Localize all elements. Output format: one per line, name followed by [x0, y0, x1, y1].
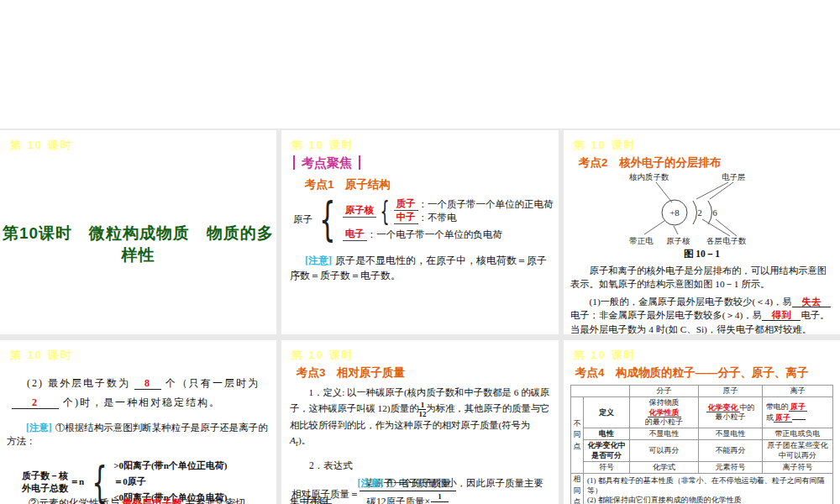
- neutron-desc: ：不带电: [418, 212, 457, 224]
- group-similarities: 相同点: [571, 474, 584, 504]
- note-tag: [注意]: [358, 478, 387, 488]
- answer-atom-1: 原子: [789, 402, 807, 412]
- oxygen-atom-diagram: 核内质子数 电子层 +8 2 6 带正电 原子核 各层电子数 图 10－1: [622, 171, 782, 260]
- electron-shell-arc-1: [693, 201, 697, 224]
- chemical-property-line: ②元素的化学性质与最外层电子数关系非常密切.: [29, 496, 248, 504]
- slide-1[interactable]: 第 10 课时 第10课时 微粒构成物质 物质的多样性: [0, 130, 276, 334]
- def-c: )。: [298, 435, 311, 445]
- cell-atom-divisibility: 不能再分: [699, 440, 763, 462]
- col-header-ion: 离子: [763, 386, 833, 397]
- answer-gain: 得到: [762, 310, 801, 321]
- slide-header-label: 第 10 课时: [291, 138, 354, 153]
- slide-header-label: 第 10 课时: [10, 138, 73, 153]
- diagram-label-nucleus: 原子核: [666, 237, 690, 245]
- table-header-row: 分子 原子 离子: [571, 386, 833, 397]
- table-row-charge: 电性 不显电性 不显电性 带正电或负电: [571, 428, 833, 440]
- shell-count-1: 2: [697, 208, 701, 218]
- diagram-label-per-shell: 各层电子数: [706, 237, 747, 245]
- header-empty-cell: [571, 386, 630, 397]
- nucleus-charge: +8: [669, 207, 680, 218]
- outer-brace: {: [319, 196, 336, 243]
- cell-similarities: (1) 都具有粒子的基本性质（非常小、在不停地运动着、粒子之间有间隔等） (2)…: [584, 474, 833, 504]
- answer-chemical-change: 化学变化: [706, 403, 740, 412]
- cell-molecule-charge: 不显电性: [630, 428, 699, 440]
- answer-chemical-property: 化学性质: [648, 408, 681, 417]
- col-header-atom: 原子: [699, 386, 763, 397]
- cell-atom-symbol: 元素符号: [699, 461, 763, 473]
- electron-desc: ：一个电子带一个单位的负电荷: [367, 228, 502, 241]
- figure-caption: 图 10－1: [622, 248, 782, 260]
- heading-kaodian-4: 考点4 构成物质的粒子——分子、原子、离子: [575, 365, 840, 381]
- note-tag: [注意]: [305, 255, 335, 266]
- table-row-similarities: 相同点 (1) 都具有粒子的基本性质（非常小、在不停地运动着、粒子之间有间隔等）…: [571, 474, 833, 504]
- table-row-symbol: 符号 化学式 元素符号 离子符号: [571, 461, 833, 473]
- table-row-definition: 不同点 定义 保持物质 化学性质 的最小粒子 化学变化中的 最小粒子 带电的原子…: [571, 397, 833, 428]
- note-paragraph: [注意]原子是不显电性的，在原子中，核电荷数＝原子序数＝质子数＝电子数。: [281, 253, 559, 283]
- row-label-definition: 定义: [584, 397, 630, 428]
- cell-molecule-symbol: 化学式: [630, 461, 699, 473]
- neutron-answer: 中子: [394, 211, 418, 224]
- diagram-label-inner-protons: 核内质子数: [628, 173, 669, 181]
- cell-atom-definition: 化学变化中的 最小粒子: [699, 397, 763, 428]
- slide-header-label: 第 10 课时: [10, 348, 73, 363]
- particles-comparison-table: 分子 原子 离子 不同点 定义 保持物质 化学性质 的最小粒子 化学变化中的 最…: [570, 385, 833, 504]
- heading-kaodian-3: 考点3 相对原子质量: [297, 365, 559, 381]
- proton-answer: 质子: [394, 197, 418, 211]
- formula-line2: 外电子总数: [22, 482, 68, 495]
- blank-underline: [792, 412, 806, 420]
- cell-molecule-definition: 保持物质 化学性质 的最小粒子: [630, 397, 699, 428]
- col-header-molecule: 分子: [630, 386, 699, 397]
- para1-b: 电子；非金属原子最外层电子数较多(＞4)，易: [570, 310, 762, 320]
- inner-brace: {: [381, 197, 390, 224]
- table-row-divisibility: 化学变化中是否可分 可以再分 不能再分 原子团在某些变化中可以再分: [571, 440, 833, 462]
- metal-nonmetal-paragraph: (1)一般的，金属原子最外层电子数较少(＜4)，易失去电子；非金属原子最外层电子…: [564, 295, 840, 334]
- para1-a: (1)一般的，金属原子最外层电子数较少(＜4)，易: [570, 297, 792, 307]
- slide-4[interactable]: 第 10 课时 (2) 最外层电子数为 8 个（只有一层时为 2 个)时，是一种…: [0, 340, 276, 504]
- slide-5[interactable]: 第 10 课时 考点3 相对原子质量 1．定义: 以一种碳原子(核内质子数和中子…: [281, 340, 559, 504]
- definition-paragraph: 1．定义: 以一种碳原子(核内质子数和中子数都是 6 的碳原子，这种碳原子叫碳 …: [281, 386, 559, 450]
- para2-c: 个)时，是一种相对稳定结构。: [63, 396, 221, 408]
- lesson-title: 第10课时 微粒构成物质 物质的多样性: [0, 223, 276, 266]
- case-atom: ＝0原子: [113, 475, 227, 488]
- shell-count-2: 6: [712, 208, 717, 218]
- note-paragraph-continued: 子核上: [303, 494, 333, 504]
- note-paragraph: [注意]①根据结构示意图判断某种粒子是原子还是离子的方法：: [0, 421, 276, 449]
- cell-molecule-divisibility: 可以再分: [630, 440, 699, 462]
- slide-6[interactable]: 第 10 课时 考点4 构成物质的粒子——分子、原子、离子 分子 原子 离子 不…: [564, 340, 840, 504]
- symbol-A: A: [290, 435, 296, 445]
- electron-shell-arc-2: [708, 201, 712, 224]
- answer-8: 8: [134, 377, 161, 390]
- slide-3[interactable]: 第 10 课时 考点2 核外电子的分层排布 核内质子数 电子层 +8 2 6 带…: [564, 130, 840, 334]
- heading-kaodian-1: 考点1 原子结构: [305, 177, 559, 192]
- electron-answer: 电子: [343, 228, 367, 241]
- row-label-charge: 电性: [584, 428, 630, 440]
- answer-outer-electrons: 最外层电子数: [119, 497, 185, 504]
- cell-ion-divisibility: 原子团在某些变化中可以再分: [763, 440, 833, 462]
- cell-atom-charge: 不显电性: [699, 428, 763, 440]
- row-label-symbol: 符号: [584, 461, 630, 473]
- atom-structure-brace-diagram: 原子 { 原子核 { 质子 ：一个质子带一个单位的正电荷 中子 ：不带电: [293, 196, 559, 243]
- row-label-divisibility: 化学变化中是否可分: [584, 440, 630, 462]
- proton-desc: ：一个质子带一个单位的正电荷: [418, 198, 554, 211]
- expression-heading: 2．表达式: [281, 459, 559, 472]
- atom-label: 原子: [293, 213, 312, 226]
- nucleus-answer: 原子核: [343, 204, 377, 218]
- slide-header-label: 第 10 课时: [574, 138, 637, 153]
- stable-structure-line-1: (2) 最外层电子数为 8 个（只有一层时为: [0, 374, 276, 393]
- atom-schematic-svg: 核内质子数 电子层 +8 2 6 带正电 原子核 各层电子数: [622, 171, 782, 246]
- slide-grid: 第 10 课时 第10课时 微粒构成物质 物质的多样性 第 10 课时 考点聚焦…: [0, 129, 840, 504]
- answer-2: 2: [12, 396, 59, 409]
- answer-atom-2: 原子: [774, 413, 792, 423]
- para3-b: 关系非常密切.: [185, 497, 248, 504]
- section-title-kaodian-jujiao: 考点聚焦: [293, 155, 360, 170]
- para3-a: ②元素的化学性质与: [29, 497, 119, 504]
- cell-ion-definition: 带电的原子 或原子: [763, 397, 833, 428]
- case-cation: >0阳离子(带n个单位正电荷): [113, 459, 227, 472]
- slide-header-label: 第 10 课时: [574, 348, 637, 363]
- note-tag: [注意]: [26, 423, 55, 433]
- diagram-label-positive: 带正电: [629, 237, 654, 245]
- cell-ion-charge: 带正电或负电: [763, 428, 833, 440]
- diagram-label-shells: 电子层: [722, 173, 746, 181]
- slide-2[interactable]: 第 10 课时 考点聚焦 考点1 原子结构 原子 { 原子核 { 质子 ：一个质…: [281, 130, 559, 334]
- para2-a: (2) 最外层电子数为: [27, 377, 130, 389]
